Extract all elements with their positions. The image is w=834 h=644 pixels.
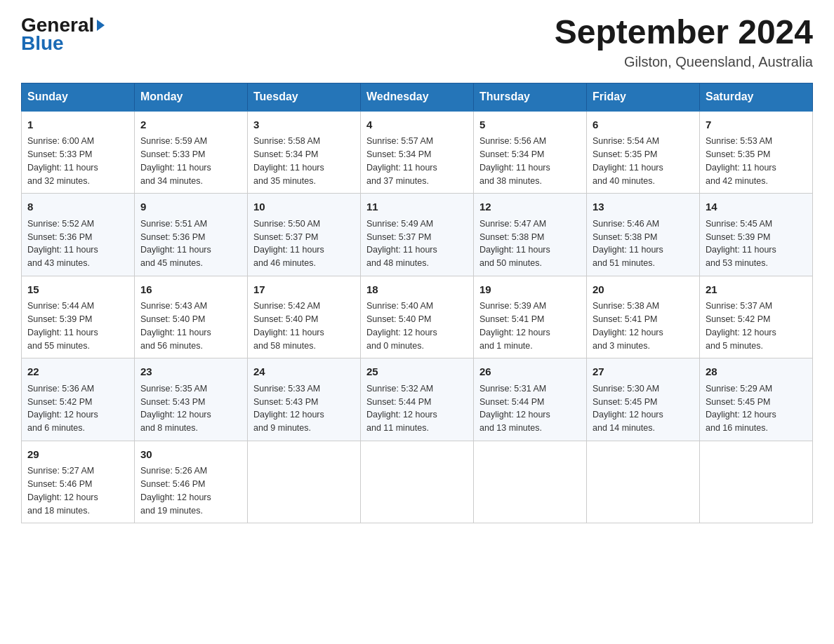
day-number: 4 <box>366 117 468 133</box>
calendar-header: SundayMondayTuesdayWednesdayThursdayFrid… <box>22 83 813 111</box>
calendar-cell: 14Sunrise: 5:45 AMSunset: 5:39 PMDayligh… <box>700 194 813 276</box>
day-info: Sunrise: 5:57 AMSunset: 5:34 PMDaylight:… <box>366 135 468 187</box>
day-number: 6 <box>593 117 694 133</box>
calendar-cell <box>700 441 813 523</box>
day-info: Sunrise: 5:52 AMSunset: 5:36 PMDaylight:… <box>27 217 128 270</box>
calendar-cell: 21Sunrise: 5:37 AMSunset: 5:42 PMDayligh… <box>700 276 813 358</box>
calendar-cell: 30Sunrise: 5:26 AMSunset: 5:46 PMDayligh… <box>135 441 248 523</box>
day-number: 13 <box>593 199 694 215</box>
day-number: 18 <box>366 282 468 298</box>
calendar-cell: 24Sunrise: 5:33 AMSunset: 5:43 PMDayligh… <box>248 358 361 441</box>
weekday-header-row: SundayMondayTuesdayWednesdayThursdayFrid… <box>22 83 813 111</box>
day-info: Sunrise: 5:31 AMSunset: 5:44 PMDaylight:… <box>479 382 581 435</box>
page-header: General Blue September 2024 Gilston, Que… <box>21 14 813 70</box>
calendar-cell: 4Sunrise: 5:57 AMSunset: 5:34 PMDaylight… <box>361 111 474 194</box>
weekday-header-friday: Friday <box>587 83 700 111</box>
day-number: 27 <box>593 364 694 380</box>
day-number: 19 <box>479 282 581 298</box>
day-number: 9 <box>140 199 241 215</box>
calendar-cell: 20Sunrise: 5:38 AMSunset: 5:41 PMDayligh… <box>587 276 700 358</box>
logo: General Blue <box>21 14 106 55</box>
logo-blue-text: Blue <box>21 32 64 55</box>
calendar-cell <box>587 441 700 523</box>
day-info: Sunrise: 5:30 AMSunset: 5:45 PMDaylight:… <box>593 382 694 435</box>
day-number: 11 <box>366 199 468 215</box>
weekday-header-tuesday: Tuesday <box>248 83 361 111</box>
calendar-cell: 11Sunrise: 5:49 AMSunset: 5:37 PMDayligh… <box>361 194 474 276</box>
calendar-cell: 17Sunrise: 5:42 AMSunset: 5:40 PMDayligh… <box>248 276 361 358</box>
day-number: 7 <box>706 117 807 133</box>
day-number: 10 <box>253 199 355 215</box>
calendar-cell: 18Sunrise: 5:40 AMSunset: 5:40 PMDayligh… <box>361 276 474 358</box>
day-number: 21 <box>706 282 807 298</box>
calendar-week-row: 15Sunrise: 5:44 AMSunset: 5:39 PMDayligh… <box>22 276 813 358</box>
day-number: 14 <box>706 199 807 215</box>
day-info: Sunrise: 5:38 AMSunset: 5:41 PMDaylight:… <box>593 300 694 352</box>
day-number: 25 <box>366 364 468 380</box>
calendar-cell <box>248 441 361 523</box>
calendar-week-row: 22Sunrise: 5:36 AMSunset: 5:42 PMDayligh… <box>22 358 813 441</box>
day-info: Sunrise: 5:46 AMSunset: 5:38 PMDaylight:… <box>593 217 694 270</box>
day-number: 8 <box>27 199 128 215</box>
day-number: 20 <box>593 282 694 298</box>
calendar-week-row: 1Sunrise: 6:00 AMSunset: 5:33 PMDaylight… <box>22 111 813 194</box>
title-area: September 2024 Gilston, Queensland, Aust… <box>555 14 813 70</box>
day-info: Sunrise: 5:32 AMSunset: 5:44 PMDaylight:… <box>366 382 468 435</box>
calendar-title: September 2024 <box>555 14 813 51</box>
calendar-cell: 26Sunrise: 5:31 AMSunset: 5:44 PMDayligh… <box>474 358 587 441</box>
calendar-cell: 28Sunrise: 5:29 AMSunset: 5:45 PMDayligh… <box>700 358 813 441</box>
day-number: 15 <box>27 282 128 298</box>
day-info: Sunrise: 5:58 AMSunset: 5:34 PMDaylight:… <box>253 135 355 187</box>
day-info: Sunrise: 5:43 AMSunset: 5:40 PMDaylight:… <box>140 300 241 352</box>
calendar-cell: 8Sunrise: 5:52 AMSunset: 5:36 PMDaylight… <box>22 194 135 276</box>
weekday-header-thursday: Thursday <box>474 83 587 111</box>
calendar-cell: 2Sunrise: 5:59 AMSunset: 5:33 PMDaylight… <box>135 111 248 194</box>
calendar-cell: 19Sunrise: 5:39 AMSunset: 5:41 PMDayligh… <box>474 276 587 358</box>
calendar-cell: 22Sunrise: 5:36 AMSunset: 5:42 PMDayligh… <box>22 358 135 441</box>
day-info: Sunrise: 5:37 AMSunset: 5:42 PMDaylight:… <box>706 300 807 352</box>
day-info: Sunrise: 5:50 AMSunset: 5:37 PMDaylight:… <box>253 217 355 270</box>
calendar-cell: 15Sunrise: 5:44 AMSunset: 5:39 PMDayligh… <box>22 276 135 358</box>
day-number: 22 <box>27 364 128 380</box>
day-info: Sunrise: 5:29 AMSunset: 5:45 PMDaylight:… <box>706 382 807 435</box>
day-number: 30 <box>140 447 241 463</box>
day-info: Sunrise: 5:56 AMSunset: 5:34 PMDaylight:… <box>479 135 581 187</box>
day-info: Sunrise: 5:47 AMSunset: 5:38 PMDaylight:… <box>479 217 581 270</box>
calendar-cell: 23Sunrise: 5:35 AMSunset: 5:43 PMDayligh… <box>135 358 248 441</box>
day-number: 12 <box>479 199 581 215</box>
day-number: 24 <box>253 364 355 380</box>
calendar-week-row: 8Sunrise: 5:52 AMSunset: 5:36 PMDaylight… <box>22 194 813 276</box>
day-info: Sunrise: 5:45 AMSunset: 5:39 PMDaylight:… <box>706 217 807 270</box>
calendar-cell <box>474 441 587 523</box>
calendar-week-row: 29Sunrise: 5:27 AMSunset: 5:46 PMDayligh… <box>22 441 813 523</box>
weekday-header-saturday: Saturday <box>700 83 813 111</box>
day-number: 28 <box>706 364 807 380</box>
day-info: Sunrise: 5:53 AMSunset: 5:35 PMDaylight:… <box>706 135 807 187</box>
day-number: 17 <box>253 282 355 298</box>
day-info: Sunrise: 5:59 AMSunset: 5:33 PMDaylight:… <box>140 135 241 187</box>
day-info: Sunrise: 5:54 AMSunset: 5:35 PMDaylight:… <box>593 135 694 187</box>
calendar-cell: 16Sunrise: 5:43 AMSunset: 5:40 PMDayligh… <box>135 276 248 358</box>
day-info: Sunrise: 5:44 AMSunset: 5:39 PMDaylight:… <box>27 300 128 352</box>
calendar-cell: 27Sunrise: 5:30 AMSunset: 5:45 PMDayligh… <box>587 358 700 441</box>
calendar-cell: 29Sunrise: 5:27 AMSunset: 5:46 PMDayligh… <box>22 441 135 523</box>
weekday-header-monday: Monday <box>135 83 248 111</box>
day-info: Sunrise: 5:27 AMSunset: 5:46 PMDaylight:… <box>27 464 128 517</box>
calendar-table: SundayMondayTuesdayWednesdayThursdayFrid… <box>21 83 813 524</box>
calendar-cell: 9Sunrise: 5:51 AMSunset: 5:36 PMDaylight… <box>135 194 248 276</box>
day-number: 1 <box>27 117 128 133</box>
day-number: 16 <box>140 282 241 298</box>
weekday-header-sunday: Sunday <box>22 83 135 111</box>
day-info: Sunrise: 5:49 AMSunset: 5:37 PMDaylight:… <box>366 217 468 270</box>
calendar-cell: 12Sunrise: 5:47 AMSunset: 5:38 PMDayligh… <box>474 194 587 276</box>
day-info: Sunrise: 5:42 AMSunset: 5:40 PMDaylight:… <box>253 300 355 352</box>
day-number: 23 <box>140 364 241 380</box>
calendar-body: 1Sunrise: 6:00 AMSunset: 5:33 PMDaylight… <box>22 111 813 523</box>
day-info: Sunrise: 5:35 AMSunset: 5:43 PMDaylight:… <box>140 382 241 435</box>
calendar-cell: 1Sunrise: 6:00 AMSunset: 5:33 PMDaylight… <box>22 111 135 194</box>
day-info: Sunrise: 5:39 AMSunset: 5:41 PMDaylight:… <box>479 300 581 352</box>
day-info: Sunrise: 5:36 AMSunset: 5:42 PMDaylight:… <box>27 382 128 435</box>
calendar-cell: 3Sunrise: 5:58 AMSunset: 5:34 PMDaylight… <box>248 111 361 194</box>
calendar-cell: 6Sunrise: 5:54 AMSunset: 5:35 PMDaylight… <box>587 111 700 194</box>
day-number: 2 <box>140 117 241 133</box>
